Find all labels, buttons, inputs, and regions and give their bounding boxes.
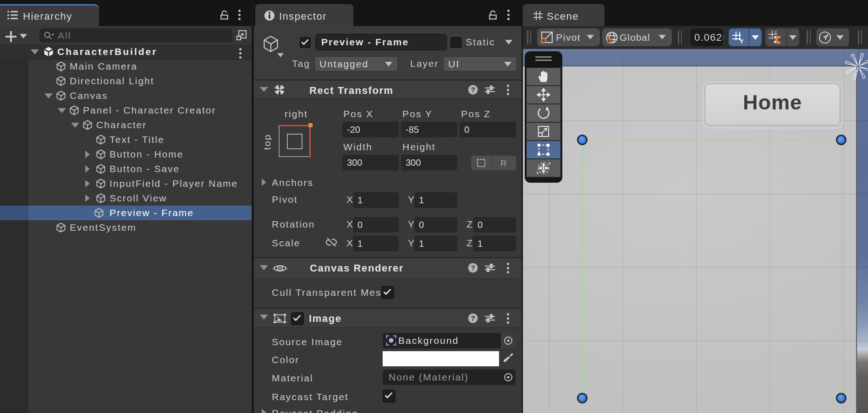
svg-text:?: ?	[471, 314, 475, 322]
svg-text:?: ?	[471, 86, 475, 93]
svg-text:Y: Y	[740, 38, 744, 44]
svg-text:?: ?	[471, 264, 475, 272]
